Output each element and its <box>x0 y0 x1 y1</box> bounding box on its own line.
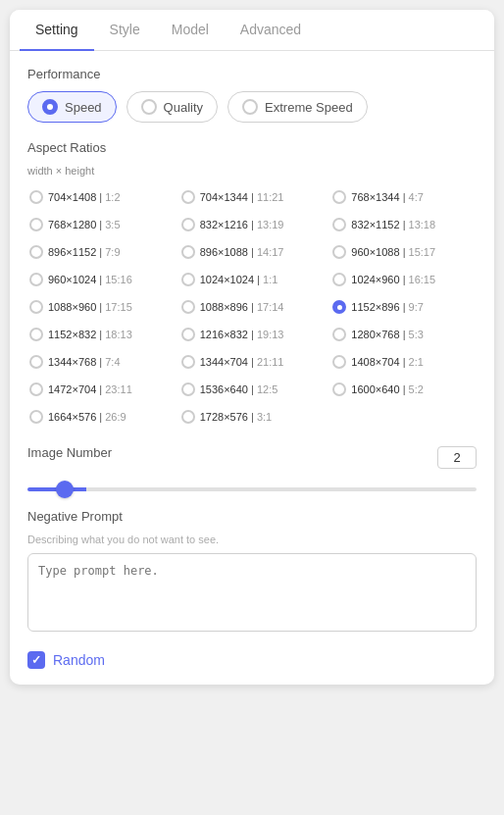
aspect-option-17[interactable]: 1280×768 | 5:3 <box>330 324 477 345</box>
aspect-option-25[interactable]: 1728×576 | 3:1 <box>179 406 326 428</box>
image-number-section: Image Number 2 <box>27 445 477 495</box>
aspect-radio-8 <box>332 245 346 259</box>
aspect-option-5[interactable]: 832×1152 | 13:18 <box>330 214 477 235</box>
image-number-header: Image Number 2 <box>27 445 477 470</box>
tab-setting[interactable]: Setting <box>20 10 94 51</box>
aspect-option-0[interactable]: 704×1408 | 1:2 <box>27 186 174 208</box>
aspect-label-19: 1344×704 | 21:11 <box>200 356 284 368</box>
aspect-option-2[interactable]: 768×1344 | 4:7 <box>330 186 477 208</box>
aspect-option-10[interactable]: 1024×1024 | 1:1 <box>179 269 326 290</box>
tab-bar: Setting Style Model Advanced <box>10 10 494 51</box>
aspect-option-16[interactable]: 1216×832 | 19:13 <box>179 324 326 345</box>
performance-section: Performance Speed Quality Extreme Speed <box>27 67 477 123</box>
aspect-option-20[interactable]: 1408×704 | 2:1 <box>330 351 477 373</box>
aspect-label-0: 704×1408 | 1:2 <box>48 191 121 203</box>
tab-style[interactable]: Style <box>94 10 156 51</box>
negative-prompt-subtitle: Describing what you do not want to see. <box>27 534 477 545</box>
aspect-radio-12 <box>29 300 43 314</box>
radio-quality <box>141 99 157 115</box>
tab-model[interactable]: Model <box>156 10 225 51</box>
aspect-radio-19 <box>181 355 195 369</box>
aspect-radio-7 <box>181 245 195 259</box>
aspect-label-1: 704×1344 | 11:21 <box>200 191 284 203</box>
negative-prompt-section: Negative Prompt Describing what you do n… <box>27 509 477 636</box>
aspect-label-13: 1088×896 | 17:14 <box>200 301 284 313</box>
aspect-label-23: 1600×640 | 5:2 <box>351 383 424 395</box>
perf-label-speed: Speed <box>65 100 102 115</box>
aspect-option-3[interactable]: 768×1280 | 3:5 <box>27 214 174 235</box>
aspect-option-18[interactable]: 1344×768 | 7:4 <box>27 351 174 373</box>
performance-title: Performance <box>27 67 477 81</box>
aspect-label-6: 896×1152 | 7:9 <box>48 246 121 258</box>
aspect-option-14[interactable]: 1152×896 | 9:7 <box>330 296 477 318</box>
perf-option-quality[interactable]: Quality <box>126 91 218 123</box>
aspect-label-21: 1472×704 | 23:11 <box>48 383 132 395</box>
aspect-option-19[interactable]: 1344×704 | 21:11 <box>179 351 326 373</box>
image-number-slider[interactable] <box>27 487 477 491</box>
aspect-radio-18 <box>29 355 43 369</box>
image-number-title: Image Number <box>27 445 112 460</box>
aspect-label-7: 896×1088 | 14:17 <box>200 246 284 258</box>
aspect-label-24: 1664×576 | 26:9 <box>48 411 126 423</box>
aspect-radio-5 <box>332 218 346 231</box>
aspect-label-15: 1152×832 | 18:13 <box>48 329 132 340</box>
aspect-radio-17 <box>332 328 346 341</box>
aspect-option-7[interactable]: 896×1088 | 14:17 <box>179 241 326 263</box>
aspect-ratios-grid: 704×1408 | 1:2704×1344 | 11:21768×1344 |… <box>27 186 477 428</box>
aspect-radio-15 <box>29 328 43 341</box>
aspect-label-9: 960×1024 | 15:16 <box>48 274 132 285</box>
aspect-option-6[interactable]: 896×1152 | 7:9 <box>27 241 174 263</box>
aspect-radio-14 <box>332 300 346 314</box>
aspect-option-23[interactable]: 1600×640 | 5:2 <box>330 379 477 400</box>
image-number-value: 2 <box>437 446 477 469</box>
aspect-label-14: 1152×896 | 9:7 <box>351 301 424 313</box>
aspect-option-4[interactable]: 832×1216 | 13:19 <box>179 214 326 235</box>
aspect-label-18: 1344×768 | 7:4 <box>48 356 121 368</box>
aspect-radio-24 <box>29 410 43 424</box>
aspect-option-22[interactable]: 1536×640 | 12:5 <box>179 379 326 400</box>
aspect-radio-4 <box>181 218 195 231</box>
aspect-label-16: 1216×832 | 19:13 <box>200 329 284 340</box>
main-container: Setting Style Model Advanced Performance… <box>10 10 494 685</box>
aspect-radio-2 <box>332 190 346 204</box>
aspect-option-24[interactable]: 1664×576 | 26:9 <box>27 406 174 428</box>
aspect-radio-23 <box>332 382 346 396</box>
aspect-option-1[interactable]: 704×1344 | 11:21 <box>179 186 326 208</box>
aspect-label-17: 1280×768 | 5:3 <box>351 329 424 340</box>
random-label: Random <box>53 652 105 668</box>
aspect-ratios-subtitle: width × height <box>27 165 477 177</box>
aspect-option-8[interactable]: 960×1088 | 15:17 <box>330 241 477 263</box>
aspect-radio-13 <box>181 300 195 314</box>
aspect-label-11: 1024×960 | 16:15 <box>351 274 435 285</box>
main-content: Performance Speed Quality Extreme Speed … <box>10 51 494 685</box>
aspect-radio-16 <box>181 328 195 341</box>
aspect-option-13[interactable]: 1088×896 | 17:14 <box>179 296 326 318</box>
aspect-radio-3 <box>29 218 43 231</box>
aspect-label-12: 1088×960 | 17:15 <box>48 301 132 313</box>
aspect-radio-10 <box>181 273 195 286</box>
aspect-option-11[interactable]: 1024×960 | 16:15 <box>330 269 477 290</box>
aspect-option-9[interactable]: 960×1024 | 15:16 <box>27 269 174 290</box>
negative-prompt-textarea[interactable] <box>27 553 477 632</box>
aspect-radio-11 <box>332 273 346 286</box>
aspect-label-22: 1536×640 | 12:5 <box>200 383 278 395</box>
random-checkbox[interactable] <box>27 651 45 669</box>
negative-prompt-title: Negative Prompt <box>27 509 477 524</box>
random-row[interactable]: Random <box>27 651 477 669</box>
aspect-option-21[interactable]: 1472×704 | 23:11 <box>27 379 174 400</box>
aspect-radio-1 <box>181 190 195 204</box>
aspect-radio-0 <box>29 190 43 204</box>
radio-extreme <box>242 99 258 115</box>
aspect-label-4: 832×1216 | 13:19 <box>200 219 284 230</box>
aspect-ratios-title: Aspect Ratios <box>27 140 477 155</box>
aspect-label-20: 1408×704 | 2:1 <box>351 356 424 368</box>
image-number-slider-container <box>27 478 477 495</box>
aspect-option-15[interactable]: 1152×832 | 18:13 <box>27 324 174 345</box>
aspect-radio-6 <box>29 245 43 259</box>
tab-advanced[interactable]: Advanced <box>225 10 317 51</box>
perf-option-speed[interactable]: Speed <box>27 91 117 123</box>
aspect-label-10: 1024×1024 | 1:1 <box>200 274 278 285</box>
perf-option-extreme[interactable]: Extreme Speed <box>227 91 368 123</box>
aspect-option-12[interactable]: 1088×960 | 17:15 <box>27 296 174 318</box>
performance-options: Speed Quality Extreme Speed <box>27 91 477 123</box>
